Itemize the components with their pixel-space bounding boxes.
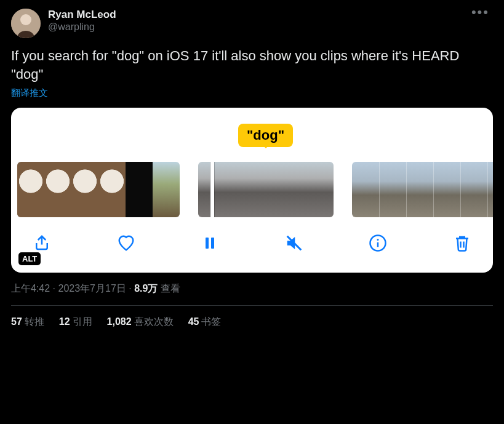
likes-stat[interactable]: 1,082喜欢次数 [107,316,174,329]
frame [306,162,334,217]
views-label: 查看 [161,283,180,294]
avatar[interactable] [11,9,41,38]
retweets-count: 57 [11,316,22,327]
svg-rect-2 [206,238,209,249]
frame [71,162,98,217]
quotes-stat[interactable]: 12引用 [59,316,92,329]
stats-row: 57转推 12引用 1,082喜欢次数 45书签 [11,306,493,338]
svg-point-7 [377,239,379,241]
bookmarks-count: 45 [188,316,199,327]
share-icon[interactable] [30,231,54,255]
handle[interactable]: @warpling [48,21,468,33]
likes-label: 喜欢次数 [134,316,174,327]
more-icon[interactable]: ••• [468,9,493,16]
tweet-time[interactable]: 上午4:42 [11,283,50,294]
meta-sep: · [126,283,134,294]
clip-thumb-active[interactable] [198,162,334,217]
info-icon[interactable] [366,231,390,255]
quotes-count: 12 [59,316,70,327]
svg-rect-3 [211,238,214,249]
frame [126,162,153,217]
retweets-label: 转推 [25,316,44,327]
retweets-stat[interactable]: 57转推 [11,316,44,329]
bookmarks-stat[interactable]: 45书签 [188,316,222,329]
frame [44,162,71,217]
playhead[interactable] [210,162,214,217]
clip-thumb[interactable] [17,162,180,217]
alt-badge[interactable]: ALT [18,252,41,265]
media-toolbar [11,217,493,273]
media-inner: "dog" [11,108,493,273]
tweet-container: Ryan McLeod @warpling ••• If you search … [0,0,504,338]
filmstrip-row [11,151,493,217]
bookmarks-label: 书签 [201,316,221,327]
display-name[interactable]: Ryan McLeod [48,9,468,21]
tweet-text: If you search for "dog" on iOS 17 it'll … [11,47,493,84]
tweet-meta: 上午4:42 · 2023年7月17日 · 8.9万 查看 [11,282,493,295]
search-tooltip: "dog" [238,124,293,147]
quotes-label: 引用 [73,316,92,327]
media-card[interactable]: "dog" [11,108,493,273]
frame [98,162,126,217]
pause-icon[interactable] [198,231,222,255]
views-count[interactable]: 8.9万 [134,283,158,294]
frame [460,162,487,217]
frame [406,162,433,217]
frame [252,162,279,217]
meta-sep: · [50,283,58,294]
clip-thumb[interactable] [352,162,493,217]
frame [153,162,180,217]
svg-point-1 [20,14,31,25]
frame [433,162,460,217]
tooltip-row: "dog" [11,120,493,151]
trash-icon[interactable] [450,231,474,255]
author-names: Ryan McLeod @warpling [48,9,468,33]
frame [352,162,379,217]
translate-link[interactable]: 翻译推文 [11,87,493,99]
tweet-header: Ryan McLeod @warpling ••• [11,9,493,38]
heart-icon[interactable] [114,231,138,255]
frame [279,162,306,217]
tweet-date[interactable]: 2023年7月17日 [58,283,126,294]
likes-count: 1,082 [107,316,132,327]
mute-icon[interactable] [282,231,306,255]
frame [225,162,252,217]
frame [487,162,493,217]
frame [17,162,44,217]
frame [379,162,406,217]
